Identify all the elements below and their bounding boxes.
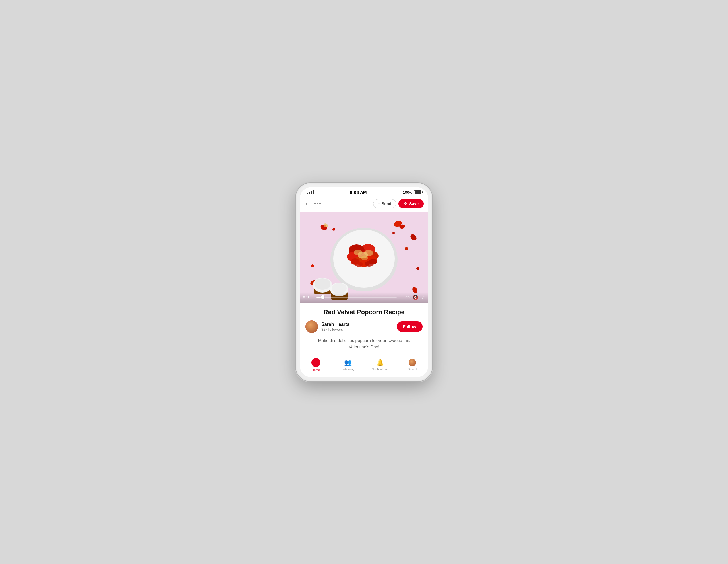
battery-percent: 100%	[403, 190, 412, 194]
tab-home-label: Home	[312, 368, 320, 372]
send-button[interactable]: ↑ Send	[373, 199, 396, 208]
save-label: Save	[409, 201, 419, 206]
video-progress-thumb[interactable]	[321, 296, 324, 299]
svg-point-34	[332, 228, 335, 231]
send-icon: ↑	[378, 201, 380, 206]
signal-indicator	[307, 190, 314, 194]
author-followers: 32k followers	[321, 327, 349, 332]
tab-home[interactable]: P Home	[307, 358, 324, 372]
author-row: Sarah Hearts 32k followers Follow	[305, 321, 423, 333]
video-progress-bar[interactable]	[316, 297, 397, 298]
svg-point-37	[311, 264, 314, 267]
battery-icon	[414, 190, 421, 194]
tab-saved[interactable]: Saved	[404, 359, 421, 371]
nav-left-group: ‹ •••	[304, 199, 322, 209]
tab-bar: P Home 👥 Following 🔔 Notifications Saved	[300, 355, 428, 377]
pin-image: 0:01 0:29 🔇 ⤢	[300, 212, 428, 303]
notifications-icon: 🔔	[376, 359, 384, 366]
phone-screen: 8:08 AM 100% ‹ ••• ↑ Send	[300, 187, 428, 377]
svg-point-38	[416, 267, 419, 270]
signal-bar-3	[311, 191, 312, 194]
tab-notifications-label: Notifications	[372, 367, 389, 371]
status-time: 8:08 AM	[350, 190, 367, 195]
video-controls: 0:01 0:29 🔇 ⤢	[300, 292, 428, 303]
avatar[interactable]	[305, 321, 318, 333]
nav-bar: ‹ ••• ↑ Send Save	[300, 196, 428, 212]
svg-point-14	[361, 255, 368, 260]
save-button[interactable]: Save	[398, 199, 424, 208]
video-end-time: 0:29	[400, 296, 410, 299]
avatar-face	[305, 321, 318, 333]
follow-button[interactable]: Follow	[397, 321, 423, 332]
pin-description: Make this delicious popcorn for your swe…	[305, 338, 423, 350]
nav-right-group: ↑ Send Save	[373, 199, 424, 208]
signal-bar-2	[309, 192, 310, 194]
battery-fill	[415, 191, 421, 193]
svg-point-12	[354, 249, 362, 255]
tab-saved-label: Saved	[408, 367, 417, 371]
svg-point-35	[392, 232, 395, 234]
more-options-button[interactable]: •••	[314, 200, 322, 207]
phone-frame: 8:08 AM 100% ‹ ••• ↑ Send	[296, 183, 432, 381]
video-current-time: 0:01	[303, 296, 313, 299]
svg-point-13	[364, 250, 373, 256]
send-label: Send	[382, 201, 391, 206]
tab-following-label: Following	[341, 367, 354, 371]
mute-button[interactable]: 🔇	[413, 295, 418, 300]
following-icon: 👥	[344, 359, 352, 366]
svg-point-30	[315, 278, 330, 290]
back-button[interactable]: ‹	[304, 199, 309, 209]
saved-avatar	[409, 359, 416, 366]
svg-point-33	[332, 283, 347, 294]
pin-title: Red Velvet Popcorn Recipe	[305, 309, 423, 316]
pin-image-bg	[300, 212, 428, 303]
home-icon: P	[311, 358, 320, 367]
svg-point-18	[355, 262, 363, 267]
author-name: Sarah Hearts	[321, 322, 349, 327]
battery-group: 100%	[403, 190, 421, 194]
expand-button[interactable]: ⤢	[421, 295, 425, 300]
status-bar: 8:08 AM 100%	[300, 187, 428, 196]
signal-bar-1	[307, 193, 308, 194]
svg-point-36	[405, 247, 408, 250]
signal-bar-4	[313, 190, 314, 194]
tab-notifications[interactable]: 🔔 Notifications	[372, 359, 389, 371]
svg-point-19	[365, 261, 374, 266]
author-text-group: Sarah Hearts 32k followers	[321, 322, 349, 332]
pin-icon	[404, 202, 408, 206]
pin-illustration	[300, 212, 428, 303]
author-info: Sarah Hearts 32k followers	[305, 321, 349, 333]
pin-content: Red Velvet Popcorn Recipe Sarah Hearts 3…	[300, 303, 428, 350]
tab-following[interactable]: 👥 Following	[340, 359, 357, 371]
